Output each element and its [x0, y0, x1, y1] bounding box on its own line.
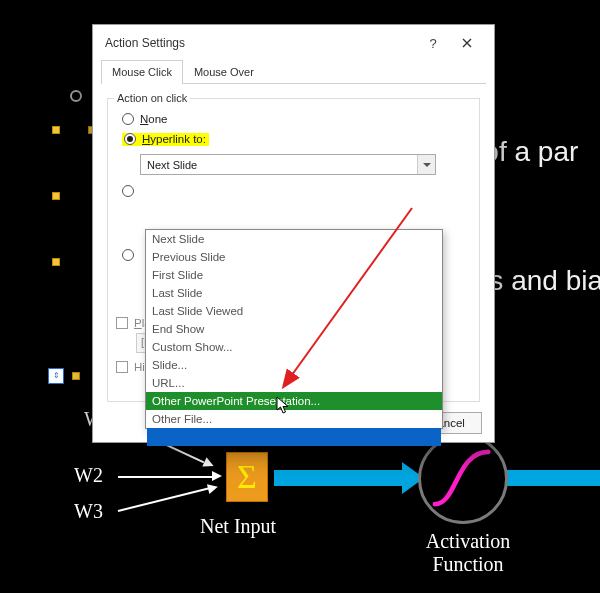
weight-label-w3: W3: [74, 500, 103, 523]
hyperlink-combo[interactable]: Next Slide: [140, 154, 436, 175]
radio-icon: [122, 113, 134, 125]
radio-none-label: None: [140, 113, 168, 125]
arrow-line: [118, 487, 210, 512]
selection-handle[interactable]: [52, 192, 60, 200]
hyperlink-combo-value: Next Slide: [147, 159, 197, 171]
close-icon: [462, 38, 472, 48]
layout-options-icon[interactable]: ⇕: [48, 368, 64, 384]
dialog-close-button[interactable]: [450, 36, 484, 51]
sigma-symbol-icon: Σ: [237, 458, 257, 496]
dropdown-item[interactable]: Next Slide: [146, 230, 442, 248]
dropdown-item[interactable]: Last Slide Viewed: [146, 302, 442, 320]
selection-handle[interactable]: [52, 126, 60, 134]
radio-hyperlink-label: Hyperlink to:: [142, 133, 206, 145]
dropdown-item[interactable]: Slide...: [146, 356, 442, 374]
sigmoid-curve-icon: [421, 437, 505, 521]
group-label: Action on click: [114, 92, 190, 104]
weight-label-w2: W2: [74, 464, 103, 487]
radio-hyperlink[interactable]: Hyperlink to:: [122, 133, 471, 146]
dropdown-item[interactable]: End Show: [146, 320, 442, 338]
radio-icon: [122, 185, 134, 197]
flow-arrow: [506, 470, 600, 486]
dropdown-item[interactable]: URL...: [146, 374, 442, 392]
checkbox-icon: [116, 361, 128, 373]
tab-mouse-over[interactable]: Mouse Over: [183, 60, 265, 84]
hyperlink-dropdown-list[interactable]: Next Slide Previous Slide First Slide La…: [145, 229, 443, 429]
dialog-titlebar[interactable]: Action Settings ?: [93, 25, 494, 55]
dialog-tabstrip: Mouse Click Mouse Over: [101, 59, 486, 84]
activation-node: [418, 434, 508, 524]
dropdown-item[interactable]: First Slide: [146, 266, 442, 284]
dropdown-item[interactable]: Previous Slide: [146, 248, 442, 266]
sigma-box: Σ: [226, 452, 268, 502]
checkbox-icon: [116, 317, 128, 329]
dropdown-item[interactable]: Last Slide: [146, 284, 442, 302]
radio-icon: [124, 133, 136, 145]
radio-icon: [122, 249, 134, 261]
arrow-head-icon: [207, 482, 219, 494]
radio-none[interactable]: None: [122, 113, 471, 125]
dialog-help-button[interactable]: ?: [416, 36, 450, 51]
dropdown-item-highlighted[interactable]: Other PowerPoint Presentation...: [146, 392, 442, 410]
rotate-handle-icon[interactable]: [70, 90, 82, 102]
chevron-down-icon[interactable]: [417, 155, 435, 174]
activation-label: Activation Function: [418, 530, 518, 576]
arrow-head-icon: [212, 471, 222, 481]
dropdown-item[interactable]: Custom Show...: [146, 338, 442, 356]
selection-handle[interactable]: [72, 372, 80, 380]
flow-arrow: [274, 470, 404, 486]
action-on-click-group: Action on click None Hyperlink to: Next …: [107, 98, 480, 402]
radio-run-program[interactable]: [122, 185, 471, 197]
action-settings-dialog: Action Settings ? Mouse Click Mouse Over…: [92, 24, 495, 443]
net-input-label: Net Input: [200, 515, 276, 538]
arrow-line: [118, 476, 214, 478]
tab-mouse-click[interactable]: Mouse Click: [101, 60, 183, 84]
selection-handle[interactable]: [52, 258, 60, 266]
dialog-title: Action Settings: [105, 36, 416, 50]
arrow-head-icon: [202, 457, 215, 470]
